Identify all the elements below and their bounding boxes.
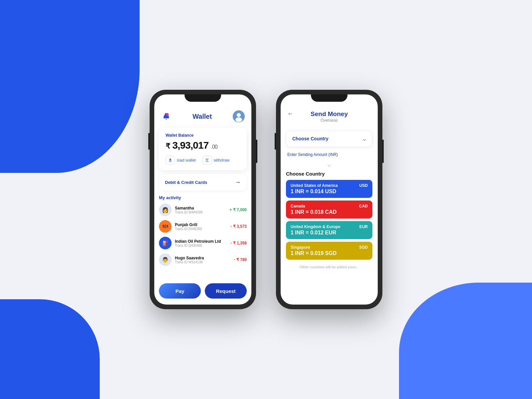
country-card[interactable]: Singapore SGD 1 INR = 0.019 SGD <box>286 242 372 260</box>
load-wallet-label: load wallet <box>177 158 196 163</box>
send-money-screen: ← Send Money Overseas Choose Country ⌵ E… <box>281 94 378 305</box>
svg-point-2 <box>237 113 241 117</box>
activity-amount: - ₹ 3,573 <box>230 224 247 229</box>
country-list-section: Choose Country United States of America … <box>281 169 378 270</box>
activity-name: Punjab Grill <box>175 222 202 227</box>
phone-notch-2 <box>311 94 347 102</box>
activity-name: Samantha <box>175 206 203 210</box>
send-money-phone: ← Send Money Overseas Choose Country ⌵ E… <box>276 90 382 309</box>
activity-avatar: 👩 <box>159 203 172 216</box>
activity-name: Indian Oil Petroleum Ltd <box>175 239 221 244</box>
country-card[interactable]: United Kingdom & Europe EUR 1 INR = 0.01… <box>286 221 372 239</box>
withdraw-button[interactable]: withdraw <box>202 156 229 165</box>
bg-blob-top-left <box>0 0 140 173</box>
activity-trans-id: Trans ID W484289 <box>175 210 203 214</box>
activity-section: My activity 👩 Samantha Trans ID W484289 … <box>154 195 251 266</box>
exchange-rate: 1 INR = 0.019 SGD <box>291 250 368 256</box>
bg-blob-bottom-left <box>0 299 100 399</box>
country-name: United Kingdom & Europe <box>291 224 340 229</box>
activity-left: ⛽ Indian Oil Petroleum Ltd Trans ID Q435… <box>159 237 221 249</box>
activity-amount: + ₹ 7,000 <box>229 207 247 212</box>
choose-country-dropdown[interactable]: Choose Country ⌵ <box>286 131 372 147</box>
send-subtitle: Overseas <box>311 118 348 123</box>
country-card-top: Canada CAD <box>291 204 368 208</box>
activity-trans-id: Trans ID R446390 <box>175 227 202 231</box>
activity-item: 🍽 Punjab Grill Trans ID R446390 - ₹ 3,57… <box>159 220 247 233</box>
activity-info: Hugo Saavedra Trans ID W314138 <box>175 256 204 264</box>
pay-button[interactable]: Pay <box>159 283 201 299</box>
activity-info: Punjab Grill Trans ID R446390 <box>175 222 202 231</box>
bell-icon[interactable] <box>161 111 172 122</box>
activity-title: My activity <box>159 195 247 200</box>
activity-avatar: ⛽ <box>159 237 172 249</box>
send-title: Send Money <box>311 110 348 118</box>
activity-trans-id: Trans ID W314138 <box>175 260 204 264</box>
chevron-down-icon: ⌵ <box>363 136 366 142</box>
country-card-top: United Kingdom & Europe EUR <box>291 224 368 229</box>
bottom-buttons: Pay Request <box>159 283 247 299</box>
wallet-phone: Wallet Wallet Balance ₹ 3,93,017 .00 <box>150 90 256 309</box>
phones-container: Wallet Wallet Balance ₹ 3,93,017 .00 <box>150 90 382 309</box>
activity-amount: - ₹ 789 <box>234 257 247 262</box>
activity-item: ⛽ Indian Oil Petroleum Ltd Trans ID Q435… <box>159 237 247 249</box>
currency-code: USD <box>359 183 368 188</box>
activity-list: 👩 Samantha Trans ID W484289 + ₹ 7,000 🍽 … <box>159 203 247 266</box>
exchange-rate: 1 INR = 0.018 CAD <box>291 209 368 215</box>
back-arrow-icon[interactable]: ← <box>287 110 293 117</box>
country-card-top: United States of America USD <box>291 183 368 188</box>
load-icon <box>166 156 175 165</box>
enter-amount-label: Enter Sending Amount (INR) <box>281 150 378 159</box>
svg-point-0 <box>166 113 169 116</box>
activity-amount: - ₹ 1,358 <box>230 241 247 245</box>
country-card[interactable]: United States of America USD 1 INR = 0.0… <box>286 180 372 198</box>
activity-avatar: 👨 <box>159 253 172 266</box>
withdraw-icon <box>202 156 212 165</box>
activity-left: 🍽 Punjab Grill Trans ID R446390 <box>159 220 202 233</box>
country-card-top: Singapore SGD <box>291 245 368 250</box>
rupee-symbol: ₹ <box>166 142 170 150</box>
country-list: United States of America USD 1 INR = 0.0… <box>286 180 372 260</box>
phone-notch <box>185 94 221 102</box>
exchange-rate: 1 INR = 0.012 EUR <box>291 230 368 236</box>
decimal-value: .00 <box>211 144 217 150</box>
svg-point-3 <box>235 117 242 122</box>
currency-code: CAD <box>359 204 368 208</box>
activity-name: Hugo Saavedra <box>175 256 204 260</box>
country-name: Singapore <box>291 245 310 250</box>
dropdown-divider: ⌵ <box>281 159 378 169</box>
activity-avatar: 🍽 <box>159 220 172 233</box>
country-name: Canada <box>291 204 305 208</box>
withdraw-label: withdraw <box>214 158 229 163</box>
exchange-rate: 1 INR = 0.014 USD <box>291 189 368 195</box>
country-name: United States of America <box>291 183 338 188</box>
activity-left: 👩 Samantha Trans ID W484289 <box>159 203 203 216</box>
wallet-screen: Wallet Wallet Balance ₹ 3,93,017 .00 <box>154 94 251 305</box>
arrow-right-icon: → <box>235 179 241 186</box>
send-title-group: Send Money Overseas <box>311 110 348 123</box>
balance-label: Wallet Balance <box>166 133 240 138</box>
load-wallet-button[interactable]: load wallet <box>166 156 196 165</box>
currency-code: SGD <box>359 245 368 250</box>
debit-credit-row[interactable]: Debit & Credit Cards → <box>159 174 247 191</box>
activity-item: 👨 Hugo Saavedra Trans ID W314138 - ₹ 789 <box>159 253 247 266</box>
activity-item: 👩 Samantha Trans ID W484289 + ₹ 7,000 <box>159 203 247 216</box>
expand-icon: ⌵ <box>327 160 331 168</box>
activity-trans-id: Trans ID Q435466 <box>175 244 221 247</box>
bg-blob-bottom-right <box>399 283 532 399</box>
country-list-title: Choose Country <box>286 171 372 177</box>
balance-actions: load wallet withdraw <box>166 156 240 165</box>
request-button[interactable]: Request <box>205 283 247 299</box>
avatar[interactable] <box>233 110 245 122</box>
currency-code: EUR <box>359 224 368 229</box>
debit-credit-label: Debit & Credit Cards <box>165 180 207 185</box>
footer-note: Other countries will be added soon... <box>286 262 372 270</box>
balance-amount: ₹ 3,93,017 .00 <box>166 140 240 151</box>
activity-info: Samantha Trans ID W484289 <box>175 206 203 214</box>
activity-left: 👨 Hugo Saavedra Trans ID W314138 <box>159 253 204 266</box>
choose-country-label: Choose Country <box>292 136 329 141</box>
balance-card: Wallet Balance ₹ 3,93,017 .00 load walle… <box>159 128 247 170</box>
amount-value: 3,93,017 <box>172 140 208 151</box>
country-card[interactable]: Canada CAD 1 INR = 0.018 CAD <box>286 200 372 218</box>
activity-info: Indian Oil Petroleum Ltd Trans ID Q43546… <box>175 239 221 247</box>
wallet-title: Wallet <box>193 113 212 120</box>
